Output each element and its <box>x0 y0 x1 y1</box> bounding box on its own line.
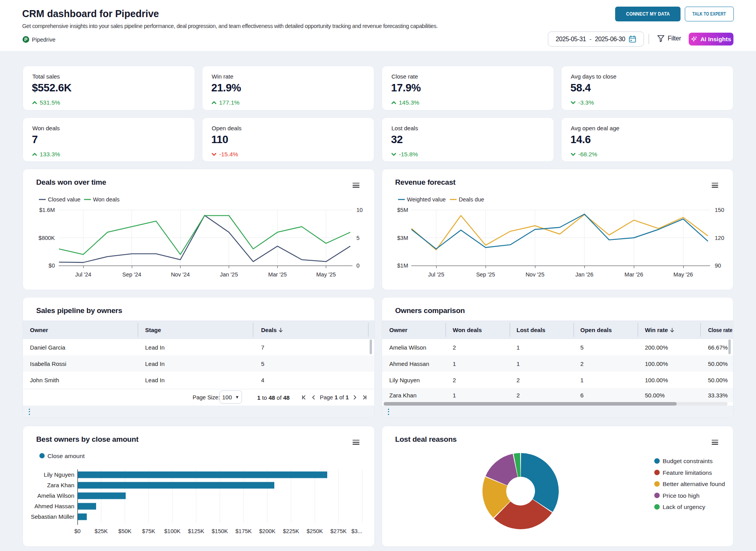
svg-text:Close amount: Close amount <box>47 453 85 459</box>
svg-text:Feature limitations: Feature limitations <box>663 469 712 476</box>
svg-text:May '25: May '25 <box>316 271 336 278</box>
svg-text:0: 0 <box>356 262 360 269</box>
svg-text:$800K: $800K <box>39 235 55 241</box>
svg-text:Jan '26: Jan '26 <box>575 271 593 278</box>
svg-text:Sebastian Müller: Sebastian Müller <box>31 513 74 520</box>
svg-text:$150K: $150K <box>212 528 228 534</box>
svg-text:Won deals: Won deals <box>93 196 119 203</box>
svg-text:Deals due: Deals due <box>459 196 484 203</box>
svg-text:$1.6M: $1.6M <box>39 207 55 213</box>
svg-text:Sep '25: Sep '25 <box>476 271 495 278</box>
svg-text:$5M: $5M <box>397 207 408 213</box>
svg-text:$175K: $175K <box>235 528 252 534</box>
svg-text:Jan '25: Jan '25 <box>220 271 238 278</box>
svg-text:Better alternative found: Better alternative found <box>663 481 725 487</box>
svg-text:150: 150 <box>715 207 724 213</box>
svg-text:May '26: May '26 <box>673 271 693 278</box>
svg-text:$3M: $3M <box>397 235 408 241</box>
svg-text:$250K: $250K <box>307 528 323 534</box>
svg-text:90: 90 <box>715 262 721 269</box>
svg-text:Closed value: Closed value <box>48 196 81 203</box>
svg-text:$225K: $225K <box>283 528 299 534</box>
svg-text:$50K: $50K <box>118 528 132 534</box>
svg-text:10: 10 <box>356 207 363 213</box>
svg-text:Jul '24: Jul '24 <box>75 271 91 278</box>
svg-text:$25K: $25K <box>95 528 108 534</box>
svg-text:$75K: $75K <box>142 528 155 534</box>
svg-text:Lily Nguyen: Lily Nguyen <box>44 471 74 478</box>
svg-text:$0: $0 <box>74 528 81 534</box>
svg-text:5: 5 <box>356 235 360 241</box>
svg-text:$100K: $100K <box>164 528 181 534</box>
svg-text:Lack of urgency: Lack of urgency <box>663 504 705 510</box>
svg-text:Nov '25: Nov '25 <box>525 271 544 278</box>
svg-text:$3...: $3... <box>351 528 362 534</box>
svg-text:Zara Khan: Zara Khan <box>47 482 74 488</box>
svg-text:$125K: $125K <box>188 528 204 534</box>
svg-text:Mar '25: Mar '25 <box>268 271 287 278</box>
svg-text:Mar '26: Mar '26 <box>624 271 643 278</box>
svg-text:120: 120 <box>715 235 724 241</box>
svg-text:$0: $0 <box>49 262 55 269</box>
svg-text:$1M: $1M <box>397 262 408 269</box>
svg-text:$200K: $200K <box>259 528 275 534</box>
svg-text:Budget constraints: Budget constraints <box>663 458 713 464</box>
svg-text:Jul '25: Jul '25 <box>428 271 444 278</box>
svg-text:$275K: $275K <box>330 528 347 534</box>
svg-text:Weighted value: Weighted value <box>407 196 446 203</box>
svg-text:Nov '24: Nov '24 <box>171 271 190 278</box>
svg-text:Sep '24: Sep '24 <box>122 271 141 278</box>
svg-text:Ahmed Hassan: Ahmed Hassan <box>34 503 74 509</box>
svg-text:Price too high: Price too high <box>663 492 700 499</box>
svg-text:Amelia Wilson: Amelia Wilson <box>37 492 74 499</box>
